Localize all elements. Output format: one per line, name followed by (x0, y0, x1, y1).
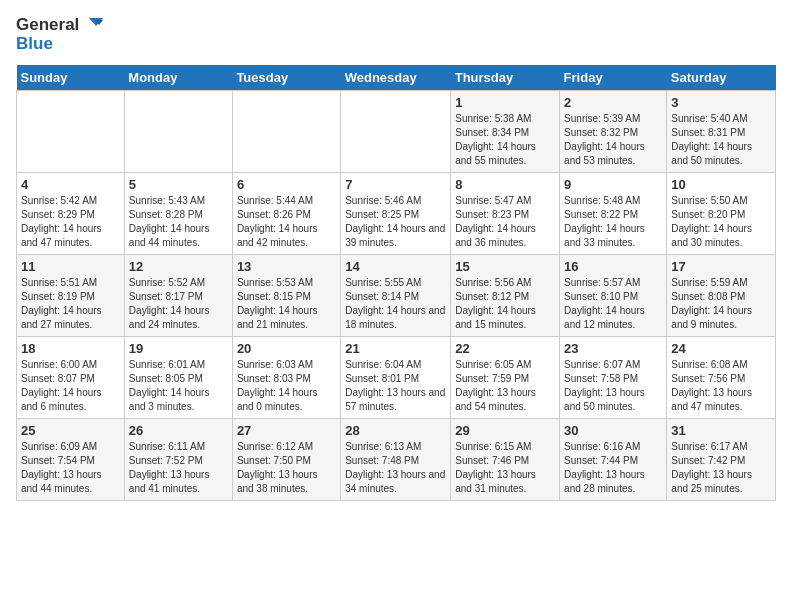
header-saturday: Saturday (667, 65, 776, 91)
day-info: Sunrise: 6:13 AMSunset: 7:48 PMDaylight:… (345, 440, 446, 496)
weekday-header-row: Sunday Monday Tuesday Wednesday Thursday… (17, 65, 776, 91)
day-number: 27 (237, 423, 336, 438)
day-number: 30 (564, 423, 662, 438)
day-cell (341, 91, 451, 173)
logo-blue: Blue (16, 35, 53, 54)
day-info: Sunrise: 6:16 AMSunset: 7:44 PMDaylight:… (564, 440, 662, 496)
day-cell: 19Sunrise: 6:01 AMSunset: 8:05 PMDayligh… (124, 337, 232, 419)
day-number: 26 (129, 423, 228, 438)
week-row-5: 25Sunrise: 6:09 AMSunset: 7:54 PMDayligh… (17, 419, 776, 501)
day-cell: 27Sunrise: 6:12 AMSunset: 7:50 PMDayligh… (232, 419, 340, 501)
day-cell: 5Sunrise: 5:43 AMSunset: 8:28 PMDaylight… (124, 173, 232, 255)
day-number: 17 (671, 259, 771, 274)
day-number: 24 (671, 341, 771, 356)
week-row-2: 4Sunrise: 5:42 AMSunset: 8:29 PMDaylight… (17, 173, 776, 255)
day-cell: 21Sunrise: 6:04 AMSunset: 8:01 PMDayligh… (341, 337, 451, 419)
day-info: Sunrise: 5:55 AMSunset: 8:14 PMDaylight:… (345, 276, 446, 332)
day-number: 1 (455, 95, 555, 110)
week-row-1: 1Sunrise: 5:38 AMSunset: 8:34 PMDaylight… (17, 91, 776, 173)
day-info: Sunrise: 6:03 AMSunset: 8:03 PMDaylight:… (237, 358, 336, 414)
header-sunday: Sunday (17, 65, 125, 91)
day-number: 11 (21, 259, 120, 274)
header-thursday: Thursday (451, 65, 560, 91)
day-number: 22 (455, 341, 555, 356)
day-number: 3 (671, 95, 771, 110)
day-cell: 16Sunrise: 5:57 AMSunset: 8:10 PMDayligh… (560, 255, 667, 337)
day-info: Sunrise: 5:39 AMSunset: 8:32 PMDaylight:… (564, 112, 662, 168)
day-info: Sunrise: 5:42 AMSunset: 8:29 PMDaylight:… (21, 194, 120, 250)
day-number: 9 (564, 177, 662, 192)
day-cell: 24Sunrise: 6:08 AMSunset: 7:56 PMDayligh… (667, 337, 776, 419)
day-number: 4 (21, 177, 120, 192)
day-info: Sunrise: 6:04 AMSunset: 8:01 PMDaylight:… (345, 358, 446, 414)
calendar-body: 1Sunrise: 5:38 AMSunset: 8:34 PMDaylight… (17, 91, 776, 501)
day-number: 2 (564, 95, 662, 110)
day-cell: 23Sunrise: 6:07 AMSunset: 7:58 PMDayligh… (560, 337, 667, 419)
week-row-4: 18Sunrise: 6:00 AMSunset: 8:07 PMDayligh… (17, 337, 776, 419)
day-number: 31 (671, 423, 771, 438)
day-cell: 10Sunrise: 5:50 AMSunset: 8:20 PMDayligh… (667, 173, 776, 255)
day-number: 5 (129, 177, 228, 192)
day-cell (17, 91, 125, 173)
day-number: 10 (671, 177, 771, 192)
week-row-3: 11Sunrise: 5:51 AMSunset: 8:19 PMDayligh… (17, 255, 776, 337)
day-cell: 15Sunrise: 5:56 AMSunset: 8:12 PMDayligh… (451, 255, 560, 337)
day-cell: 20Sunrise: 6:03 AMSunset: 8:03 PMDayligh… (232, 337, 340, 419)
header-wednesday: Wednesday (341, 65, 451, 91)
day-info: Sunrise: 5:59 AMSunset: 8:08 PMDaylight:… (671, 276, 771, 332)
day-info: Sunrise: 6:17 AMSunset: 7:42 PMDaylight:… (671, 440, 771, 496)
day-number: 12 (129, 259, 228, 274)
day-info: Sunrise: 5:56 AMSunset: 8:12 PMDaylight:… (455, 276, 555, 332)
day-info: Sunrise: 6:11 AMSunset: 7:52 PMDaylight:… (129, 440, 228, 496)
day-cell: 11Sunrise: 5:51 AMSunset: 8:19 PMDayligh… (17, 255, 125, 337)
day-number: 25 (21, 423, 120, 438)
logo: General Blue (16, 16, 103, 53)
day-cell: 13Sunrise: 5:53 AMSunset: 8:15 PMDayligh… (232, 255, 340, 337)
day-info: Sunrise: 5:52 AMSunset: 8:17 PMDaylight:… (129, 276, 228, 332)
day-cell: 22Sunrise: 6:05 AMSunset: 7:59 PMDayligh… (451, 337, 560, 419)
day-cell: 4Sunrise: 5:42 AMSunset: 8:29 PMDaylight… (17, 173, 125, 255)
day-number: 16 (564, 259, 662, 274)
day-cell: 7Sunrise: 5:46 AMSunset: 8:25 PMDaylight… (341, 173, 451, 255)
logo-general: General (16, 16, 79, 35)
day-cell: 18Sunrise: 6:00 AMSunset: 8:07 PMDayligh… (17, 337, 125, 419)
day-cell (124, 91, 232, 173)
day-cell: 30Sunrise: 6:16 AMSunset: 7:44 PMDayligh… (560, 419, 667, 501)
day-number: 29 (455, 423, 555, 438)
day-info: Sunrise: 6:09 AMSunset: 7:54 PMDaylight:… (21, 440, 120, 496)
calendar-table: Sunday Monday Tuesday Wednesday Thursday… (16, 65, 776, 501)
day-info: Sunrise: 5:50 AMSunset: 8:20 PMDaylight:… (671, 194, 771, 250)
day-number: 18 (21, 341, 120, 356)
day-number: 23 (564, 341, 662, 356)
day-info: Sunrise: 6:12 AMSunset: 7:50 PMDaylight:… (237, 440, 336, 496)
day-info: Sunrise: 5:48 AMSunset: 8:22 PMDaylight:… (564, 194, 662, 250)
day-cell: 3Sunrise: 5:40 AMSunset: 8:31 PMDaylight… (667, 91, 776, 173)
day-cell: 14Sunrise: 5:55 AMSunset: 8:14 PMDayligh… (341, 255, 451, 337)
day-info: Sunrise: 6:15 AMSunset: 7:46 PMDaylight:… (455, 440, 555, 496)
day-number: 14 (345, 259, 446, 274)
day-cell: 28Sunrise: 6:13 AMSunset: 7:48 PMDayligh… (341, 419, 451, 501)
day-number: 21 (345, 341, 446, 356)
day-cell: 6Sunrise: 5:44 AMSunset: 8:26 PMDaylight… (232, 173, 340, 255)
day-number: 28 (345, 423, 446, 438)
day-info: Sunrise: 5:57 AMSunset: 8:10 PMDaylight:… (564, 276, 662, 332)
day-number: 7 (345, 177, 446, 192)
day-info: Sunrise: 6:05 AMSunset: 7:59 PMDaylight:… (455, 358, 555, 414)
day-cell (232, 91, 340, 173)
day-info: Sunrise: 6:01 AMSunset: 8:05 PMDaylight:… (129, 358, 228, 414)
day-info: Sunrise: 5:38 AMSunset: 8:34 PMDaylight:… (455, 112, 555, 168)
day-info: Sunrise: 5:51 AMSunset: 8:19 PMDaylight:… (21, 276, 120, 332)
day-cell: 25Sunrise: 6:09 AMSunset: 7:54 PMDayligh… (17, 419, 125, 501)
day-cell: 17Sunrise: 5:59 AMSunset: 8:08 PMDayligh… (667, 255, 776, 337)
header-friday: Friday (560, 65, 667, 91)
day-info: Sunrise: 5:43 AMSunset: 8:28 PMDaylight:… (129, 194, 228, 250)
header-monday: Monday (124, 65, 232, 91)
day-number: 15 (455, 259, 555, 274)
day-number: 6 (237, 177, 336, 192)
day-info: Sunrise: 5:47 AMSunset: 8:23 PMDaylight:… (455, 194, 555, 250)
logo-text: General Blue (16, 16, 103, 53)
day-info: Sunrise: 6:00 AMSunset: 8:07 PMDaylight:… (21, 358, 120, 414)
day-cell: 1Sunrise: 5:38 AMSunset: 8:34 PMDaylight… (451, 91, 560, 173)
day-info: Sunrise: 5:44 AMSunset: 8:26 PMDaylight:… (237, 194, 336, 250)
logo-bird-icon (81, 16, 103, 34)
